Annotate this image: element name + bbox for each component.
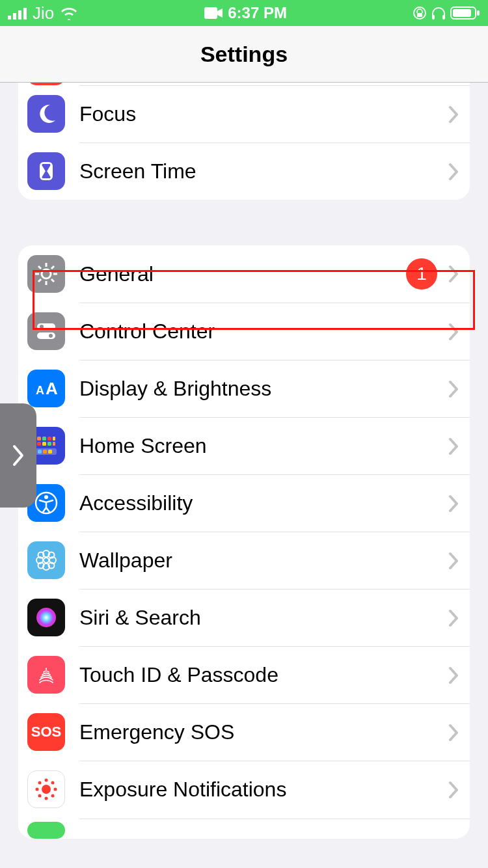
svg-rect-6 — [417, 13, 422, 17]
svg-point-52 — [42, 785, 51, 794]
svg-point-59 — [38, 794, 42, 798]
chevron-right-icon — [448, 438, 459, 455]
chevron-right-icon — [448, 163, 459, 180]
page-title: Settings — [200, 42, 288, 67]
moon-icon — [27, 95, 65, 133]
svg-point-54 — [45, 797, 48, 800]
svg-rect-32 — [37, 442, 41, 446]
svg-point-55 — [36, 788, 39, 791]
svg-point-13 — [42, 269, 51, 278]
status-center: 6:37 PM — [204, 4, 287, 22]
svg-rect-4 — [204, 7, 217, 19]
flower-icon — [27, 541, 65, 579]
status-bar: Jio 6:37 PM — [0, 0, 488, 26]
svg-rect-8 — [442, 15, 445, 20]
row-label: Exposure Notifications — [79, 778, 448, 802]
chevron-right-icon — [448, 265, 459, 282]
svg-point-41 — [44, 495, 48, 499]
battery-icon — [450, 6, 480, 20]
svg-rect-34 — [47, 442, 51, 446]
svg-point-57 — [38, 781, 42, 785]
carrier-label: Jio — [33, 3, 54, 23]
hourglass-icon — [27, 152, 65, 190]
camera-icon — [204, 7, 223, 19]
row-label: Emergency SOS — [79, 720, 448, 744]
row-label: General — [79, 262, 406, 286]
row-label: Home Screen — [79, 434, 448, 458]
chevron-right-icon — [448, 552, 459, 569]
svg-point-56 — [54, 788, 57, 791]
svg-rect-39 — [48, 450, 52, 454]
cell-signal-icon — [8, 7, 27, 20]
settings-row-partial[interactable] — [18, 818, 470, 839]
svg-text:A: A — [46, 379, 58, 398]
row-label: Screen Time — [79, 159, 448, 183]
content-area: Sounds & Haptics Focus Screen Time — [0, 83, 488, 868]
svg-point-23 — [40, 325, 44, 329]
sos-icon: SOS — [27, 713, 65, 751]
svg-rect-29 — [42, 437, 46, 441]
svg-rect-28 — [37, 437, 41, 441]
svg-line-18 — [38, 266, 41, 269]
settings-row-control-center[interactable]: Control Center — [18, 303, 470, 360]
svg-point-25 — [49, 334, 53, 338]
svg-rect-10 — [453, 9, 471, 17]
exposure-icon — [27, 770, 65, 808]
svg-rect-37 — [38, 450, 42, 454]
settings-row-touch-id[interactable]: Touch ID & Passcode — [18, 646, 470, 703]
toggles-icon — [27, 312, 65, 350]
settings-row-focus[interactable]: Focus — [18, 85, 470, 142]
chevron-right-icon — [12, 442, 25, 468]
svg-rect-11 — [477, 10, 480, 16]
row-label: Siri & Search — [79, 606, 448, 630]
svg-rect-33 — [42, 442, 46, 446]
settings-row-general[interactable]: General 1 — [18, 245, 470, 303]
svg-rect-31 — [53, 437, 55, 441]
svg-text:A: A — [36, 384, 44, 397]
svg-line-19 — [51, 279, 54, 282]
settings-row-exposure-notifications[interactable]: Exposure Notifications — [18, 761, 470, 818]
side-drawer-tab[interactable] — [0, 403, 36, 508]
svg-rect-0 — [8, 16, 11, 20]
gear-icon — [27, 255, 65, 293]
svg-rect-38 — [43, 450, 47, 454]
row-label: Focus — [79, 102, 448, 126]
svg-rect-7 — [432, 15, 435, 20]
status-left: Jio — [8, 3, 79, 23]
settings-row-display-brightness[interactable]: AA Display & Brightness — [18, 360, 470, 417]
settings-row-emergency-sos[interactable]: SOS Emergency SOS — [18, 703, 470, 761]
svg-rect-30 — [47, 437, 51, 441]
settings-row-siri-search[interactable]: Siri & Search — [18, 589, 470, 646]
orientation-lock-icon — [413, 6, 427, 20]
settings-group-sounds: Sounds & Haptics Focus Screen Time — [18, 83, 470, 200]
chevron-right-icon — [448, 323, 459, 340]
svg-point-60 — [51, 794, 55, 798]
fingerprint-icon — [27, 656, 65, 694]
headphones-icon — [431, 6, 446, 20]
chevron-right-icon — [448, 381, 459, 398]
chevron-right-icon — [448, 667, 459, 684]
header: Settings — [0, 26, 488, 83]
row-label: Touch ID & Passcode — [79, 663, 448, 687]
svg-rect-3 — [23, 8, 27, 20]
settings-row-home-screen[interactable]: Home Screen — [18, 417, 470, 474]
row-label: Control Center — [79, 319, 448, 344]
text-size-icon: AA — [27, 370, 65, 407]
settings-row-screen-time[interactable]: Screen Time — [18, 142, 470, 200]
svg-rect-2 — [18, 10, 21, 20]
settings-row-accessibility[interactable]: Accessibility — [18, 474, 470, 532]
row-label: Accessibility — [79, 491, 448, 515]
chevron-right-icon — [448, 610, 459, 627]
svg-rect-35 — [53, 442, 55, 446]
settings-row-wallpaper[interactable]: Wallpaper — [18, 532, 470, 589]
svg-point-53 — [45, 779, 48, 782]
svg-line-20 — [38, 279, 41, 282]
wifi-icon — [59, 6, 79, 20]
status-time: 6:37 PM — [228, 4, 287, 22]
siri-icon — [27, 599, 65, 636]
svg-point-42 — [44, 558, 49, 563]
svg-rect-1 — [13, 13, 16, 20]
row-label: Display & Brightness — [79, 377, 448, 401]
chevron-right-icon — [448, 495, 459, 512]
svg-point-58 — [51, 781, 55, 785]
